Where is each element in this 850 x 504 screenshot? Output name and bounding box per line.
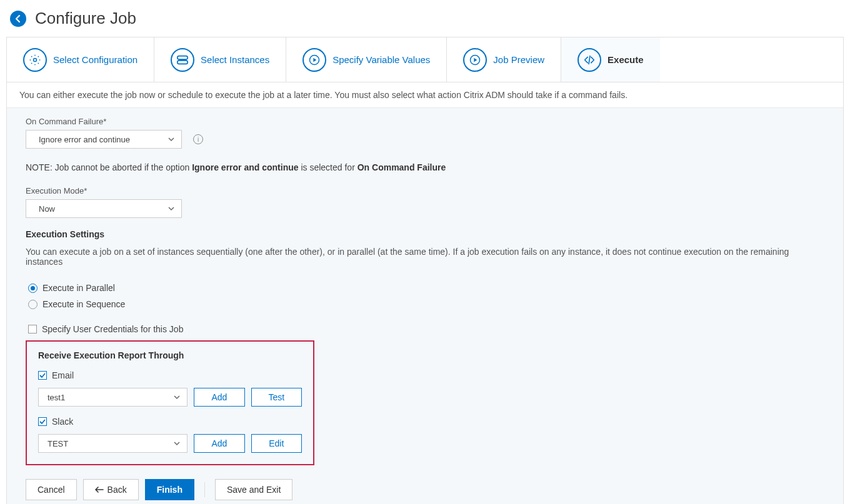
tab-label: Select Configuration (53, 54, 138, 65)
radio-execute-sequence[interactable]: Execute in Sequence (28, 299, 824, 309)
checkbox-icon (28, 325, 37, 334)
tab-job-preview[interactable]: Job Preview (447, 37, 561, 82)
slack-edit-button[interactable]: Edit (251, 434, 302, 453)
cancel-button[interactable]: Cancel (26, 479, 77, 500)
checkbox-slack[interactable]: Slack (38, 417, 302, 427)
checkbox-label: Email (52, 370, 74, 380)
radio-icon (28, 300, 38, 309)
finish-button[interactable]: Finish (145, 479, 194, 500)
command-failure-select[interactable]: Ignore error and continue (26, 130, 182, 149)
separator (204, 482, 205, 497)
svg-rect-2 (178, 60, 188, 64)
email-add-button[interactable]: Add (194, 388, 244, 407)
info-icon[interactable]: i (193, 134, 203, 144)
slack-profile-select[interactable]: TEST (38, 434, 188, 453)
execution-mode-select[interactable]: Now (26, 199, 182, 218)
report-heading: Receive Execution Report Through (38, 350, 302, 360)
checkbox-label: Specify User Credentials for this Job (42, 324, 183, 334)
back-label: Back (108, 485, 127, 495)
chevron-down-icon (173, 393, 181, 401)
radio-icon (28, 284, 38, 293)
command-failure-value: Ignore error and continue (39, 135, 130, 144)
execution-settings-desc: You can execute a job on a set of instan… (26, 247, 824, 267)
report-highlight-box: Receive Execution Report Through Email t… (26, 340, 314, 465)
radio-execute-parallel[interactable]: Execute in Parallel (28, 283, 824, 293)
back-circle-button[interactable] (10, 11, 26, 27)
save-exit-button[interactable]: Save and Exit (215, 479, 292, 500)
execution-settings-heading: Execution Settings (26, 229, 824, 239)
email-profile-select[interactable]: test1 (38, 388, 188, 407)
checkbox-icon (38, 417, 47, 426)
tab-execute[interactable]: Execute (561, 37, 660, 82)
play-circle-icon (463, 48, 487, 72)
page-title: Configure Job (35, 9, 136, 28)
email-profile-value: test1 (48, 393, 65, 402)
tab-select-instances[interactable]: Select Instances (154, 37, 286, 82)
tab-select-configuration[interactable]: Select Configuration (7, 37, 154, 82)
slack-add-button[interactable]: Add (194, 434, 244, 453)
email-test-button[interactable]: Test (251, 388, 302, 407)
tab-label: Job Preview (493, 54, 544, 65)
info-text: You can either execute the job now or sc… (7, 82, 843, 107)
chevron-down-icon (173, 440, 181, 447)
code-icon (578, 48, 601, 72)
chevron-down-icon (168, 136, 175, 143)
slack-profile-value: TEST (48, 439, 68, 448)
command-failure-label: On Command Failure* (26, 117, 824, 126)
radio-label: Execute in Sequence (42, 299, 125, 309)
tab-label: Execute (608, 54, 644, 65)
play-circle-icon (302, 48, 326, 72)
arrow-left-icon (13, 14, 23, 24)
arrow-left-icon (95, 487, 104, 493)
server-icon (171, 48, 194, 72)
gear-icon (23, 48, 47, 72)
svg-point-0 (34, 58, 37, 61)
note-text: NOTE: Job cannot be aborted if the optio… (26, 162, 824, 172)
back-button[interactable]: Back (83, 479, 139, 500)
checkbox-icon (38, 371, 47, 380)
checkbox-email[interactable]: Email (38, 370, 302, 380)
wizard-tabs: Select Configuration Select Instances Sp… (7, 37, 843, 82)
execution-mode-value: Now (39, 204, 55, 214)
svg-rect-1 (178, 56, 188, 59)
checkbox-label: Slack (52, 417, 73, 427)
radio-label: Execute in Parallel (42, 283, 115, 293)
checkbox-specify-credentials[interactable]: Specify User Credentials for this Job (28, 324, 824, 334)
chevron-down-icon (168, 205, 175, 212)
tab-label: Select Instances (201, 54, 269, 65)
execution-mode-label: Execution Mode* (26, 186, 824, 195)
tab-label: Specify Variable Values (332, 54, 430, 65)
tab-specify-variable-values[interactable]: Specify Variable Values (286, 37, 447, 82)
